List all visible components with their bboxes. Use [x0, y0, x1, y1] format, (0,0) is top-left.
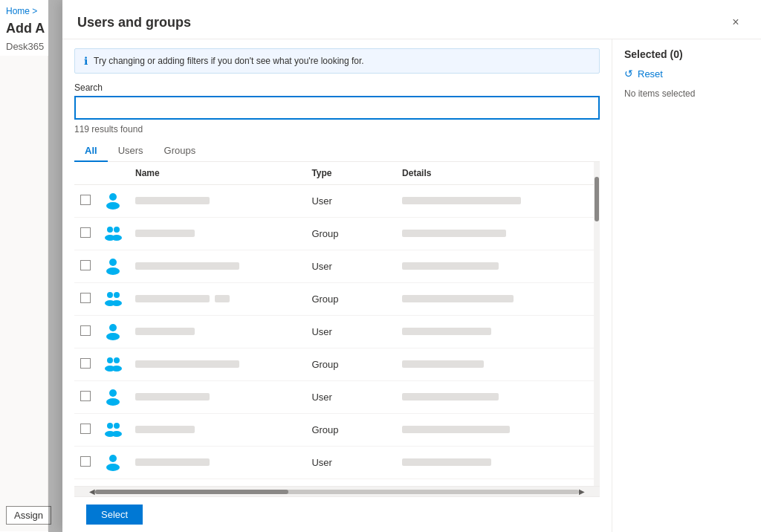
info-bar: ℹ Try changing or adding filters if you … — [74, 48, 600, 74]
row-name — [129, 283, 305, 316]
row-details — [396, 283, 600, 316]
svg-point-15 — [114, 357, 120, 363]
row-checkbox-cell[interactable] — [74, 185, 97, 218]
info-icon: ℹ — [84, 55, 88, 67]
svg-point-23 — [111, 431, 122, 437]
main-content: ℹ Try changing or adding filters if you … — [62, 39, 612, 532]
h-scrollbar: ◀ ▶ — [74, 486, 600, 496]
table-row: User — [74, 185, 600, 218]
row-name — [129, 447, 305, 479]
scroll-right-arrow[interactable]: ▶ — [579, 487, 585, 496]
user-icon — [103, 255, 123, 276]
h-scroll-track[interactable] — [95, 490, 579, 494]
row-checkbox[interactable] — [80, 195, 91, 205]
svg-point-2 — [107, 227, 113, 233]
row-details — [396, 348, 600, 381]
row-checkbox[interactable] — [80, 391, 91, 401]
scroll-left-arrow[interactable]: ◀ — [89, 487, 95, 496]
svg-point-3 — [114, 227, 120, 233]
svg-point-13 — [106, 333, 120, 340]
col-icon — [97, 162, 129, 185]
tab-users[interactable]: Users — [108, 140, 154, 162]
v-scrollbar[interactable] — [594, 162, 600, 486]
selected-title: Selected (0) — [624, 48, 749, 60]
h-scroll-thumb[interactable] — [95, 490, 288, 494]
row-icon-cell — [97, 348, 129, 381]
row-details — [396, 381, 600, 414]
row-checkbox[interactable] — [80, 325, 91, 336]
svg-point-11 — [111, 300, 122, 306]
row-checkbox-cell[interactable] — [74, 283, 97, 316]
row-name — [129, 185, 305, 218]
row-checkbox-cell[interactable] — [74, 381, 97, 414]
no-items-text: No items selected — [624, 88, 749, 99]
row-type: Group — [305, 218, 396, 250]
panel-title: Users and groups — [77, 15, 191, 30]
row-details — [396, 316, 600, 348]
row-checkbox-cell[interactable] — [74, 316, 97, 348]
table-row: Group — [74, 218, 600, 250]
selected-panel: Selected (0) ↺ Reset No items selected — [612, 39, 761, 532]
col-name: Name — [129, 162, 305, 185]
group-icon — [103, 353, 123, 374]
row-checkbox[interactable] — [80, 456, 91, 467]
group-icon — [103, 288, 123, 308]
row-checkbox-cell[interactable] — [74, 218, 97, 250]
sidebar — [0, 56, 48, 531]
row-checkbox[interactable] — [80, 227, 91, 238]
col-checkbox — [74, 162, 97, 185]
row-checkbox-cell[interactable] — [74, 447, 97, 479]
row-name — [129, 218, 305, 250]
results-count: 119 results found — [74, 124, 600, 134]
row-checkbox[interactable] — [80, 260, 91, 270]
row-icon-cell — [97, 447, 129, 479]
table-row: User — [74, 381, 600, 414]
row-checkbox[interactable] — [80, 293, 91, 303]
breadcrumb[interactable]: Home > — [6, 6, 37, 16]
svg-point-17 — [111, 366, 122, 372]
table-row: Group — [74, 414, 600, 447]
svg-point-25 — [106, 464, 120, 471]
user-icon — [103, 320, 123, 341]
group-icon — [103, 222, 123, 243]
row-type: User — [305, 316, 396, 348]
row-checkbox-cell[interactable] — [74, 250, 97, 283]
row-checkbox-cell[interactable] — [74, 348, 97, 381]
panel-footer: Select — [74, 496, 600, 532]
row-type: Group — [305, 348, 396, 381]
v-scroll-thumb[interactable] — [595, 177, 599, 221]
panel-header: Users and groups × — [62, 0, 761, 39]
row-details — [396, 250, 600, 283]
select-button[interactable]: Select — [86, 505, 143, 525]
row-name — [129, 250, 305, 283]
svg-point-5 — [111, 235, 122, 241]
svg-point-12 — [109, 324, 117, 331]
search-input[interactable] — [74, 96, 600, 120]
svg-point-6 — [109, 259, 117, 266]
col-details: Details — [396, 162, 600, 185]
reset-button[interactable]: ↺ Reset — [624, 68, 663, 80]
tab-all[interactable]: All — [74, 140, 108, 162]
svg-point-24 — [109, 455, 117, 462]
row-type: User — [305, 447, 396, 479]
reset-label: Reset — [638, 68, 663, 80]
row-type: Group — [305, 414, 396, 447]
row-details — [396, 218, 600, 250]
row-checkbox[interactable] — [80, 424, 91, 434]
row-type: User — [305, 185, 396, 218]
row-checkbox-cell[interactable] — [74, 414, 97, 447]
tab-groups[interactable]: Groups — [154, 140, 207, 162]
svg-point-21 — [114, 423, 120, 429]
row-icon-cell — [97, 381, 129, 414]
row-icon-cell — [97, 283, 129, 316]
close-button[interactable]: × — [725, 12, 746, 33]
row-icon-cell — [97, 414, 129, 447]
page-subtitle: Desk365 — [6, 41, 44, 52]
search-label: Search — [74, 82, 600, 93]
svg-point-7 — [106, 267, 120, 275]
svg-point-20 — [107, 423, 113, 429]
group-icon — [103, 418, 123, 439]
row-checkbox[interactable] — [80, 358, 91, 369]
assign-button[interactable]: Assign — [6, 506, 51, 525]
svg-point-8 — [107, 292, 113, 298]
